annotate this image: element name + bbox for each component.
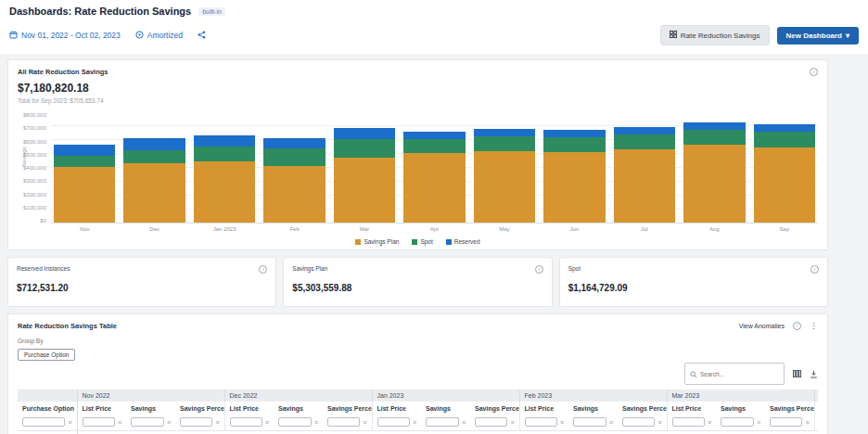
- x-tick-label: Jan 2023: [194, 226, 255, 232]
- filter-funnel-icon[interactable]: ≡: [68, 419, 71, 426]
- filter-funnel-icon[interactable]: ≡: [363, 419, 366, 426]
- built-in-badge: built-in: [198, 7, 225, 16]
- filter-funnel-icon[interactable]: ≡: [510, 419, 514, 426]
- filter-input[interactable]: [426, 417, 459, 427]
- filter-funnel-icon[interactable]: ≡: [314, 419, 318, 426]
- download-icon[interactable]: [810, 370, 818, 378]
- chart-panel: All Rate Reduction Savings i $7,180,820.…: [7, 59, 828, 250]
- card-info-icon[interactable]: i: [811, 265, 819, 274]
- column-header[interactable]: Savings: [716, 402, 765, 415]
- filter-input[interactable]: [573, 417, 606, 427]
- bar-segment-savings-plan: [334, 158, 395, 223]
- bar-segment-reserved: [123, 138, 185, 150]
- filter-funnel-icon[interactable]: ≡: [118, 419, 121, 426]
- saved-view-button[interactable]: Rate Reduction Savings: [660, 25, 770, 45]
- filter-input[interactable]: [22, 417, 65, 427]
- view-anomalies-button[interactable]: View Anomalies: [739, 323, 785, 329]
- filter-input[interactable]: [377, 417, 410, 427]
- right-controls: Rate Reduction Savings New Dashboard ▾: [660, 25, 859, 45]
- column-header[interactable]: List Price: [667, 402, 716, 415]
- amortized-toggle[interactable]: Amortized: [135, 31, 183, 41]
- column-header[interactable]: Savings: [274, 402, 323, 415]
- column-header[interactable]: Savings Percent: [323, 402, 372, 415]
- filter-funnel-icon[interactable]: ≡: [413, 419, 416, 426]
- card-info-icon[interactable]: i: [535, 265, 543, 274]
- column-header[interactable]: List Price: [224, 402, 274, 415]
- table-scroll-area[interactable]: Nov 2022Dec 2022Jan 2023Feb 2023Mar 2023…: [18, 389, 818, 434]
- bars: [51, 112, 818, 223]
- legend-item-savings-plan[interactable]: Savings Plan: [355, 238, 399, 245]
- filter-input[interactable]: [622, 417, 655, 427]
- table-cell: $270,955.55: [77, 431, 126, 434]
- column-header[interactable]: List Price: [77, 402, 126, 415]
- chart-info-icon[interactable]: i: [810, 68, 818, 76]
- filter-funnel-icon[interactable]: ≡: [657, 419, 661, 426]
- chevron-down-icon: ▾: [846, 32, 849, 40]
- filter-input[interactable]: [525, 417, 557, 427]
- column-header[interactable]: Savings Percent: [765, 402, 814, 415]
- filter-funnel-icon[interactable]: ≡: [462, 419, 466, 426]
- filter-funnel-icon[interactable]: ≡: [757, 419, 760, 426]
- bar-segment-spot: [683, 130, 745, 145]
- table-cell: $287,920.01: [372, 431, 421, 434]
- column-header[interactable]: List Price: [519, 402, 568, 415]
- legend-label: Reserved: [454, 238, 480, 245]
- column-header[interactable]: Savings: [421, 402, 470, 415]
- bar-segment-reserved: [54, 145, 115, 157]
- group-by-chip[interactable]: Purchase Option: [18, 349, 75, 361]
- y-tick-label: $600,000: [23, 139, 46, 145]
- filter-funnel-icon[interactable]: ≡: [265, 419, 269, 426]
- card-savings-plan: Savings Plan i $5,303,559.88: [283, 257, 552, 307]
- card-info-icon[interactable]: i: [259, 265, 267, 274]
- filter-funnel-icon[interactable]: ≡: [560, 419, 564, 426]
- table-row: Reserved$270,955.55$83,211.9530.71%$289,…: [18, 431, 818, 434]
- filter-funnel-icon[interactable]: ≡: [805, 419, 809, 426]
- legend-item-spot[interactable]: Spot: [412, 238, 432, 245]
- column-header[interactable]: List Price: [372, 402, 421, 415]
- new-dashboard-button[interactable]: New Dashboard ▾: [777, 27, 859, 45]
- group-by-label: Group By: [18, 338, 818, 344]
- column-header[interactable]: Savings: [126, 402, 175, 415]
- month-group-header: Dec 2022: [224, 389, 372, 402]
- search-input[interactable]: [700, 371, 779, 377]
- column-header[interactable]: Savings Percent: [470, 402, 519, 415]
- filter-cell: ≡: [618, 415, 667, 431]
- column-header[interactable]: List Price: [814, 402, 818, 415]
- legend-label: Savings Plan: [364, 238, 399, 245]
- table-cell: 27.96%: [765, 431, 814, 434]
- filter-input[interactable]: [770, 417, 802, 427]
- date-range-picker[interactable]: Nov 01, 2022 - Oct 02, 2023: [9, 31, 121, 41]
- filter-input[interactable]: [327, 417, 360, 427]
- column-header[interactable]: Savings: [568, 402, 618, 415]
- filter-input[interactable]: [475, 417, 507, 427]
- filter-input[interactable]: [131, 417, 164, 427]
- column-header-purchase-option[interactable]: Purchase Option: [18, 402, 77, 415]
- filter-cell: ≡: [274, 415, 323, 431]
- filter-funnel-icon[interactable]: ≡: [708, 419, 711, 426]
- bar-column: [543, 130, 605, 223]
- month-group-header: Feb 2023: [519, 389, 667, 402]
- share-button[interactable]: [198, 31, 206, 41]
- filter-funnel-icon[interactable]: ≡: [215, 419, 219, 426]
- filter-input[interactable]: [672, 417, 705, 427]
- column-header[interactable]: Savings Percent: [175, 402, 224, 415]
- table-cell: 30.71%: [175, 431, 224, 434]
- bar-segment-spot: [334, 139, 395, 158]
- column-header[interactable]: Savings Percent: [618, 402, 667, 415]
- filter-input[interactable]: [230, 417, 262, 427]
- filter-input[interactable]: [83, 417, 115, 427]
- kebab-menu-icon[interactable]: ⋮: [810, 322, 818, 330]
- filter-input[interactable]: [278, 417, 312, 427]
- bar-column: [683, 122, 745, 223]
- table-cell: $286,819.67: [667, 431, 716, 434]
- column-chooser-icon[interactable]: [793, 370, 801, 377]
- x-tick-label: Apr: [403, 226, 465, 232]
- legend-item-reserved[interactable]: Reserved: [446, 238, 480, 245]
- filter-funnel-icon[interactable]: ≡: [167, 419, 171, 426]
- table-info-icon[interactable]: i: [793, 322, 801, 330]
- filter-input[interactable]: [721, 417, 754, 427]
- x-tick-label: Dec: [123, 226, 185, 232]
- filter-funnel-icon[interactable]: ≡: [609, 419, 613, 426]
- filter-input[interactable]: [180, 417, 212, 427]
- bar-segment-reserved: [194, 135, 255, 147]
